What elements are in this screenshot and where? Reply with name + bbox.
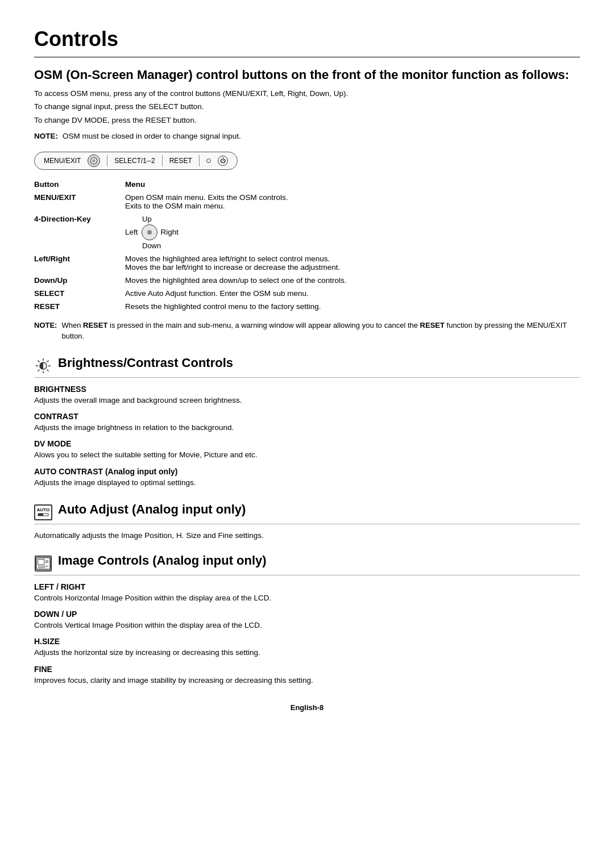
table-row: RESET Resets the highlighted control men… (34, 300, 580, 313)
dv-mode-subsection: DV MODE Alows you to select the suitable… (34, 439, 580, 461)
auto-contrast-title: AUTO CONTRAST (Analog input only) (34, 467, 580, 476)
button-diagram: MENU/EXIT SELECT/1--2 RESET ⏻ (34, 152, 238, 170)
btn-sep-1 (107, 155, 107, 166)
fine-title: FINE (34, 665, 580, 674)
contrast-text: Adjusts the image brightness in relation… (34, 422, 580, 433)
auto-adjust-text: Automatically adjusts the Image Position… (34, 531, 580, 540)
auto-adjust-section-title: Auto Adjust (Analog input only) (58, 502, 246, 517)
row-menu-1: Open OSM main menu. Exits the OSM contro… (125, 191, 580, 212)
page-title: Controls (34, 27, 580, 57)
bottom-note-text: When RESET is pressed in the main and su… (61, 320, 580, 342)
fine-subsection: FINE Improves focus, clarity and image s… (34, 665, 580, 686)
left-right-subsection: LEFT / RIGHT Controls Horizontal Image P… (34, 582, 580, 604)
left-right-text: Controls Horizontal Image Position withi… (34, 592, 580, 604)
btn-sep-2 (162, 155, 163, 166)
dir-down: Down (125, 241, 161, 250)
header-note-text: OSM must be closed in order to change si… (63, 132, 241, 140)
svg-rect-12 (38, 514, 43, 516)
intro-line-1: To access OSM menu, press any of the con… (34, 88, 580, 99)
row-button-4: Down/Up (34, 274, 125, 287)
table-row: 4-Direction-Key Up Left Right Down (34, 212, 580, 252)
image-controls-section-title: Image Controls (Analog input only) (58, 553, 267, 568)
controls-table: Button Menu MENU/EXIT Open OSM main menu… (34, 178, 580, 313)
brightness-text: Adjusts the overall image and background… (34, 395, 580, 406)
fine-text: Improves focus, clarity and image stabil… (34, 675, 580, 686)
jog-wheel-icon (88, 155, 100, 167)
row-menu-2: Up Left Right Down (125, 212, 580, 252)
dir-left-label: Left (125, 228, 138, 236)
svg-line-7 (38, 360, 40, 362)
down-up-text: Controls Vertical Image Position within … (34, 620, 580, 631)
row-button-6: RESET (34, 300, 125, 313)
table-row: MENU/EXIT Open OSM main menu. Exits the … (34, 191, 580, 212)
row-menu-6: Resets the highlighted control menu to t… (125, 300, 580, 313)
contrast-title: CONTRAST (34, 412, 580, 421)
auto-icon-label: AUTO (37, 508, 50, 512)
auto-contrast-subsection: AUTO CONTRAST (Analog input only) Adjust… (34, 467, 580, 489)
dir-right-label: Right (161, 228, 179, 236)
col-button: Button (34, 178, 125, 191)
dv-mode-title: DV MODE (34, 439, 580, 448)
header-note: NOTE: OSM must be closed in order to cha… (34, 132, 580, 140)
svg-point-1 (93, 159, 96, 162)
row-button-1: MENU/EXIT (34, 191, 125, 212)
auto-adjust-divider (34, 524, 580, 524)
row-menu-3: Moves the highlighted area left/right to… (125, 252, 580, 274)
svg-line-8 (47, 369, 49, 371)
brightness-subsection: BRIGHTNESS Adjusts the overall image and… (34, 385, 580, 406)
svg-line-9 (38, 369, 40, 371)
row-button-5: SELECT (34, 287, 125, 300)
intro-line-3: To change DV MODE, press the RESET butto… (34, 115, 580, 126)
row-button-3: Left/Right (34, 252, 125, 274)
bottom-note-label: NOTE: (34, 320, 57, 342)
menu-exit-label: MENU/EXIT (44, 157, 81, 165)
power-btn-icon: ⏻ (218, 156, 228, 166)
btn-sep-3 (199, 155, 200, 166)
brightness-divider (34, 377, 580, 378)
auto-adjust-section-header: AUTO Auto Adjust (Analog input only) (34, 502, 580, 521)
led-dot-icon (206, 158, 211, 163)
dir-circle-icon (142, 224, 157, 240)
h-size-title: H.SIZE (34, 637, 580, 646)
auto-contrast-text: Adjusts the image displayed to optimal s… (34, 477, 580, 489)
reset-btn: RESET (169, 157, 192, 165)
main-heading: OSM (On-Screen Manager) control buttons … (34, 68, 580, 82)
col-menu: Menu (125, 178, 580, 191)
brightness-icon (34, 357, 52, 375)
select-btn: SELECT/1--2 (114, 157, 155, 165)
brightness-section-header: Brightness/Contrast Controls (34, 356, 580, 375)
h-size-subsection: H.SIZE Adjusts the horizontal size by in… (34, 637, 580, 658)
image-controls-icon (34, 554, 52, 573)
bottom-note: NOTE: When RESET is pressed in the main … (34, 320, 580, 342)
page-footer: English-8 (34, 703, 580, 712)
row-button-2: 4-Direction-Key (34, 212, 125, 252)
menu-exit-btn: MENU/EXIT (44, 157, 81, 165)
image-controls-divider (34, 575, 580, 575)
auto-adjust-icon: AUTO (34, 503, 52, 521)
brightness-section-title: Brightness/Contrast Controls (58, 356, 233, 370)
header-note-label: NOTE: (34, 132, 58, 140)
down-up-title: DOWN / UP (34, 610, 580, 619)
contrast-subsection: CONTRAST Adjusts the image brightness in… (34, 412, 580, 433)
table-row: Left/Right Moves the highlighted area le… (34, 252, 580, 274)
down-up-subsection: DOWN / UP Controls Vertical Image Positi… (34, 610, 580, 631)
left-right-title: LEFT / RIGHT (34, 582, 580, 591)
row-menu-5: Active Auto Adjust function. Enter the O… (125, 287, 580, 300)
select-label: SELECT/1--2 (114, 157, 155, 165)
dir-up: Up (125, 215, 152, 223)
table-row: SELECT Active Auto Adjust function. Ente… (34, 287, 580, 300)
svg-rect-14 (38, 559, 44, 564)
row-menu-4: Moves the highlighted area down/up to se… (125, 274, 580, 287)
dir-left-right: Left Right (125, 224, 179, 240)
image-controls-section-header: Image Controls (Analog input only) (34, 553, 580, 573)
reset-label: RESET (169, 157, 192, 165)
intro-line-2: To change signal input, press the SELECT… (34, 101, 580, 112)
footer-text: English-8 (291, 703, 324, 712)
svg-line-10 (47, 360, 49, 362)
dv-mode-text: Alows you to select the suitable setting… (34, 449, 580, 461)
direction-diagram: Up Left Right Down (125, 215, 575, 250)
brightness-title: BRIGHTNESS (34, 385, 580, 394)
table-row: Down/Up Moves the highlighted area down/… (34, 274, 580, 287)
h-size-text: Adjusts the horizontal size by increasin… (34, 647, 580, 658)
